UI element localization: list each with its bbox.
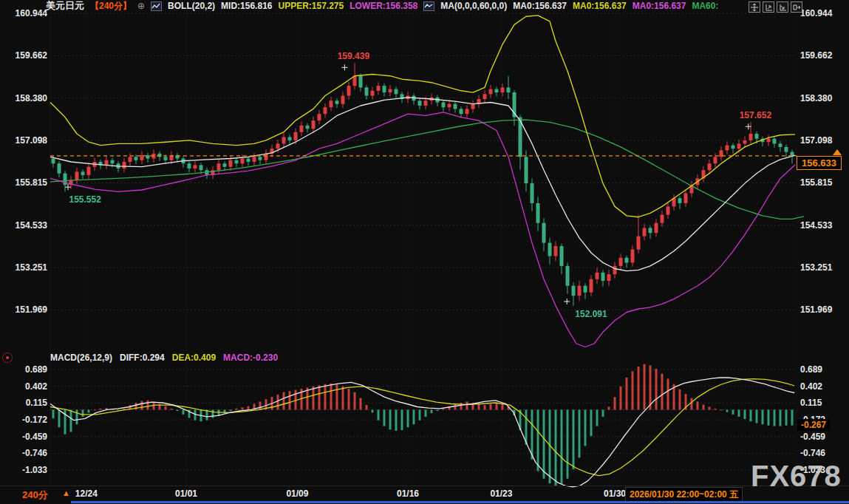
price-axis-label: 153.251 — [1, 262, 47, 273]
date-axis-label: 01/09 — [286, 488, 308, 499]
price-axis-label: 153.251 — [800, 262, 832, 273]
ma60-value: MA60: — [692, 1, 718, 11]
boll-label: BOLL(20,2) — [168, 1, 215, 11]
price-axis-label: 151.969 — [1, 304, 47, 315]
price-annotation: 159.439 — [338, 51, 369, 61]
macd-axis-label: -0.172 — [1, 415, 47, 425]
boll-indicator-icon[interactable] — [151, 1, 162, 11]
macd-axis-label: 0.689 — [800, 364, 822, 375]
price-axis-label: 160.944 — [800, 8, 832, 18]
scale-left-axis-icon[interactable] — [763, 1, 774, 13]
date-axis-label: 01/23 — [490, 488, 512, 499]
symbol-title: 美元日元 — [46, 0, 84, 13]
macd-axis-label: 0.689 — [1, 364, 47, 375]
price-axis-label: 157.098 — [800, 135, 832, 146]
chart-header: 美元日元 【240分】 ⊕ BOLL(20,2) MID:156.816 UPP… — [46, 1, 718, 11]
period-selector[interactable]: 240分 — [22, 488, 48, 502]
bottom-axis-divider — [0, 486, 849, 486]
boll-upper-value: UPPER:157.275 — [278, 1, 344, 11]
price-annotation: 152.091 — [575, 309, 607, 319]
price-annotation: 157.652 — [740, 110, 771, 120]
boll-lower-value: LOWER:156.358 — [350, 1, 417, 11]
price-axis-label: 155.815 — [800, 177, 832, 188]
ma0-yellow-value: MA0:156.637 — [573, 1, 627, 11]
date-axis-label: 01/16 — [397, 488, 419, 499]
macd-axis-label: 0.115 — [1, 398, 47, 408]
macd-axis-label: 0.115 — [800, 398, 822, 408]
price-axis-label: 158.380 — [1, 93, 47, 103]
macd-axis-label: -0.459 — [800, 432, 825, 442]
fx678-watermark: FX678 — [751, 460, 842, 493]
macd-macd-value: MACD:-0.230 — [223, 353, 278, 363]
macd-axis-label: -0.746 — [800, 448, 825, 458]
macd-label: MACD(26,12,9) — [50, 353, 112, 363]
macd-axis-label: 0.402 — [1, 381, 47, 392]
macd-indicator-marker-icon[interactable] — [2, 353, 13, 363]
price-up-arrow-icon — [833, 149, 842, 155]
macd-axis-label: -1.033 — [1, 465, 47, 475]
exit-fullscreen-icon[interactable] — [791, 1, 802, 13]
price-axis-label: 159.662 — [1, 50, 47, 61]
date-axis-label: 12/24 — [75, 488, 98, 499]
price-axis-label: 151.969 — [800, 304, 832, 315]
chart-window: 美元日元 【240分】 ⊕ BOLL(20,2) MID:156.816 UPP… — [0, 0, 849, 504]
horizontal-scrollbar[interactable] — [71, 501, 849, 503]
boll-mid-value: MID:156.816 — [221, 1, 272, 11]
price-axis-label: 159.662 — [800, 50, 832, 61]
period-tag[interactable]: 【240分】 — [90, 0, 132, 13]
price-annotation: 155.552 — [69, 194, 100, 205]
price-axis-label: 155.815 — [1, 177, 47, 188]
macd-dea-value: DEA:0.409 — [172, 353, 216, 363]
price-axis-label: 154.533 — [800, 220, 832, 231]
ma0-magenta-value: MA0:156.637 — [633, 1, 686, 11]
move-icon[interactable] — [749, 1, 760, 13]
price-axis-label: 154.533 — [1, 220, 47, 231]
macd-axis-label: 0.402 — [800, 381, 822, 392]
price-axis-label: 158.380 — [800, 93, 832, 103]
candle-timestamp: 2026/01/30 22:00~02:00 五 — [625, 487, 743, 503]
price-axis-label: 157.098 — [1, 135, 47, 146]
ma-indicator-icon[interactable] — [423, 1, 434, 11]
period-up-arrow-icon[interactable]: ▲ — [62, 488, 70, 497]
date-axis-label: 01/30 — [604, 488, 626, 499]
macd-axis-label: -0.459 — [1, 432, 47, 442]
scale-right-axis-icon[interactable] — [777, 1, 788, 13]
ma-label: MA(0,0,0,60,0,0) — [440, 1, 507, 11]
price-axis-label: 160.944 — [1, 8, 47, 18]
chart-toolbar — [749, 1, 802, 13]
macd-axis-label: -0.746 — [1, 448, 47, 458]
current-price-tag: 156.633 — [797, 156, 842, 170]
current-macd-tag: -0.267 — [797, 419, 830, 431]
circle-plus-icon[interactable]: ⊕ — [137, 1, 145, 11]
macd-diff-value: DIFF:0.294 — [120, 353, 165, 363]
ma0-white-value: MA0:156.637 — [513, 1, 567, 11]
date-axis-label: 01/01 — [175, 488, 197, 499]
candlestick-chart-canvas[interactable] — [0, 0, 849, 504]
macd-header: MACD(26,12,9) DIFF:0.294 DEA:0.409 MACD:… — [50, 353, 278, 363]
